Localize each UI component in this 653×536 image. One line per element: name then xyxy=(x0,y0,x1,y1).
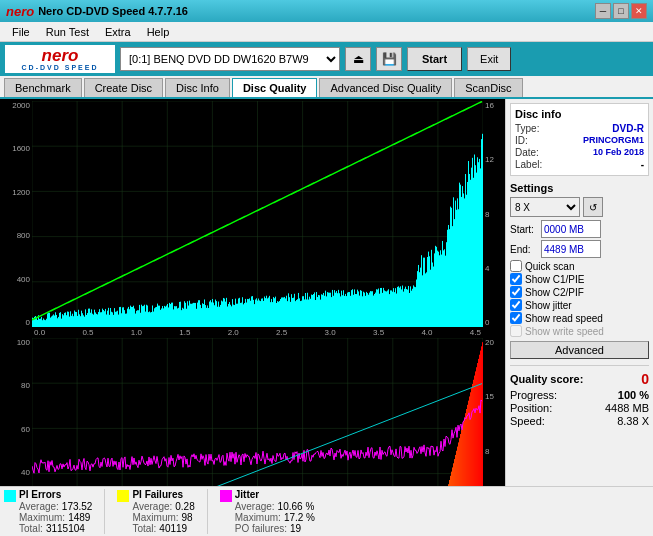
upper-y-left: 2000 1600 1200 800 400 0 xyxy=(2,101,32,327)
quickscan-checkbox[interactable] xyxy=(510,260,522,272)
start-mb-row: Start: xyxy=(510,220,649,238)
refresh-button[interactable]: ↺ xyxy=(583,197,603,217)
save-button[interactable]: 💾 xyxy=(376,47,402,71)
show-writespeed-checkbox[interactable] xyxy=(510,325,522,337)
jitter-group: Jitter Average: 10.66 % Maximum: 17.2 % … xyxy=(220,489,315,534)
show-jitter-row: Show jitter xyxy=(510,299,649,311)
pi-failures-total: Total: 40119 xyxy=(132,523,194,534)
end-input[interactable] xyxy=(541,240,601,258)
toolbar: nero CD-DVD SPEED [0:1] BENQ DVD DD DW16… xyxy=(0,42,653,76)
right-panel: Disc info Type: DVD-R ID: PRINCORGM1 Dat… xyxy=(505,99,653,486)
lower-chart-container: 100 80 60 40 20 0 20 15 8 4 0 xyxy=(2,338,503,486)
close-button[interactable]: ✕ xyxy=(631,3,647,19)
pi-failures-avg: Average: 0.28 xyxy=(132,501,194,512)
upper-chart-canvas xyxy=(32,101,483,327)
disc-info-panel: Disc info Type: DVD-R ID: PRINCORGM1 Dat… xyxy=(510,103,649,176)
lower-chart-canvas xyxy=(32,338,483,486)
divider-1 xyxy=(104,489,105,534)
disc-type-row: Type: DVD-R xyxy=(515,123,644,134)
stats-bar: PI Errors Average: 173.52 Maximum: 1489 … xyxy=(0,486,653,536)
end-mb-row: End: xyxy=(510,240,649,258)
titlebar-title: nero Nero CD-DVD Speed 4.7.7.16 xyxy=(6,4,188,19)
pi-failures-max: Maximum: 98 xyxy=(132,512,194,523)
logo-text: nero xyxy=(42,47,79,64)
disc-date-row: Date: 10 Feb 2018 xyxy=(515,147,644,158)
pi-errors-max: Maximum: 1489 xyxy=(19,512,92,523)
titlebar: nero Nero CD-DVD Speed 4.7.7.16 ─ □ ✕ xyxy=(0,0,653,22)
tab-benchmark[interactable]: Benchmark xyxy=(4,78,82,97)
settings-panel: Settings 8 X ↺ Start: End: xyxy=(510,179,649,362)
logo-area: nero CD-DVD SPEED xyxy=(5,45,115,73)
drive-select[interactable]: [0:1] BENQ DVD DD DW1620 B7W9 xyxy=(120,47,340,71)
pi-errors-avg: Average: 173.52 xyxy=(19,501,92,512)
start-input[interactable] xyxy=(541,220,601,238)
speed-row: 8 X ↺ xyxy=(510,197,649,217)
quality-panel: Quality score: 0 Progress: 100 % Positio… xyxy=(510,365,649,428)
tab-discinfo[interactable]: Disc Info xyxy=(165,78,230,97)
quality-score-row: Quality score: 0 xyxy=(510,369,649,389)
tab-scandisc[interactable]: ScanDisc xyxy=(454,78,522,97)
pi-failures-color xyxy=(117,490,129,502)
upper-y-right: 16 12 8 4 0 xyxy=(483,101,503,327)
show-readspeed-checkbox[interactable] xyxy=(510,312,522,324)
tab-advanceddiscquality[interactable]: Advanced Disc Quality xyxy=(319,78,452,97)
lower-chart-row: 100 80 60 40 20 0 20 15 8 4 0 xyxy=(2,338,503,486)
exit-button[interactable]: Exit xyxy=(467,47,511,71)
show-c2pif-row: Show C2/PIF xyxy=(510,286,649,298)
menu-extra[interactable]: Extra xyxy=(97,24,139,40)
jitter-content: Jitter Average: 10.66 % Maximum: 17.2 % … xyxy=(235,489,315,534)
main-container: nero CD-DVD SPEED [0:1] BENQ DVD DD DW16… xyxy=(0,42,653,536)
content-area: 2000 1600 1200 800 400 0 16 12 8 4 0 xyxy=(0,99,653,486)
disc-label-row: Label: - xyxy=(515,159,644,170)
quickscan-row: Quick scan xyxy=(510,260,649,272)
show-c1pie-checkbox[interactable] xyxy=(510,273,522,285)
jitter-avg: Average: 10.66 % xyxy=(235,501,315,512)
pi-errors-content: PI Errors Average: 173.52 Maximum: 1489 … xyxy=(19,489,92,534)
divider-2 xyxy=(207,489,208,534)
menu-runtest[interactable]: Run Test xyxy=(38,24,97,40)
minimize-button[interactable]: ─ xyxy=(595,3,611,19)
tab-bar: Benchmark Create Disc Disc Info Disc Qua… xyxy=(0,76,653,99)
lower-y-left: 100 80 60 40 20 0 xyxy=(2,338,32,486)
advanced-button[interactable]: Advanced xyxy=(510,341,649,359)
show-c1pie-row: Show C1/PIE xyxy=(510,273,649,285)
titlebar-controls: ─ □ ✕ xyxy=(595,3,647,19)
pi-failures-content: PI Failures Average: 0.28 Maximum: 98 To… xyxy=(132,489,194,534)
jitter-max: Maximum: 17.2 % xyxy=(235,512,315,523)
speed-select[interactable]: 8 X xyxy=(510,197,580,217)
menu-help[interactable]: Help xyxy=(139,24,178,40)
tab-createdisc[interactable]: Create Disc xyxy=(84,78,163,97)
show-writespeed-row: Show write speed xyxy=(510,325,649,337)
logo-subtext: CD-DVD SPEED xyxy=(22,64,99,71)
upper-chart-container: 2000 1600 1200 800 400 0 16 12 8 4 0 xyxy=(2,101,503,338)
pi-errors-color xyxy=(4,490,16,502)
menu-file[interactable]: File xyxy=(4,24,38,40)
eject-button[interactable]: ⏏ xyxy=(345,47,371,71)
settings-title: Settings xyxy=(510,182,649,194)
disc-info-title: Disc info xyxy=(515,108,644,120)
pi-errors-group: PI Errors Average: 173.52 Maximum: 1489 … xyxy=(4,489,92,534)
show-c2pif-checkbox[interactable] xyxy=(510,286,522,298)
show-jitter-checkbox[interactable] xyxy=(510,299,522,311)
jitter-po: PO failures: 19 xyxy=(235,523,315,534)
chart-area: 2000 1600 1200 800 400 0 16 12 8 4 0 xyxy=(0,99,505,486)
upper-x-axis: 0.00.51.01.52.02.53.03.54.04.5 xyxy=(32,327,483,338)
maximize-button[interactable]: □ xyxy=(613,3,629,19)
speed-row-quality: Speed: 8.38 X xyxy=(510,415,649,427)
jitter-color xyxy=(220,490,232,502)
start-button[interactable]: Start xyxy=(407,47,462,71)
lower-y-right: 20 15 8 4 0 xyxy=(483,338,503,486)
pi-failures-group: PI Failures Average: 0.28 Maximum: 98 To… xyxy=(117,489,194,534)
pi-errors-total: Total: 3115104 xyxy=(19,523,92,534)
menubar: File Run Test Extra Help xyxy=(0,22,653,42)
disc-id-row: ID: PRINCORGM1 xyxy=(515,135,644,146)
show-readspeed-row: Show read speed xyxy=(510,312,649,324)
progress-row: Progress: 100 % xyxy=(510,389,649,401)
tab-discquality[interactable]: Disc Quality xyxy=(232,78,318,97)
upper-chart-row: 2000 1600 1200 800 400 0 16 12 8 4 0 xyxy=(2,101,503,327)
position-row: Position: 4488 MB xyxy=(510,402,649,414)
